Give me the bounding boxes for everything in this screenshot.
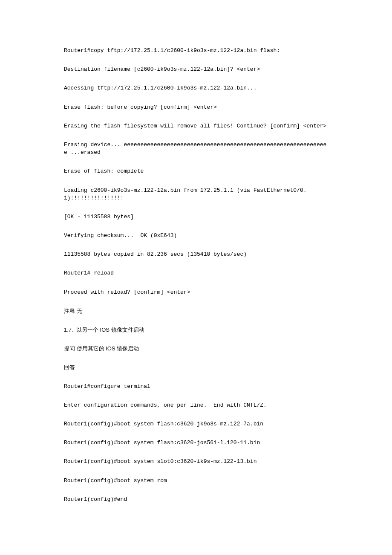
- terminal-line: Erasing the flash filesystem will remove…: [64, 122, 328, 130]
- terminal-line: Router1#copy tftp://172.25.1.1/c2600-ik9…: [64, 47, 328, 55]
- terminal-line: Proceed with reload? [confirm] <enter>: [64, 289, 328, 296]
- terminal-line: Erasing device... eeeeeeeeeeeeeeeeeeeeee…: [64, 141, 328, 156]
- terminal-line: Router1#configure terminal: [64, 383, 328, 390]
- section-heading: 1.7. 以另一个 IOS 镜像文件启动: [64, 326, 328, 334]
- terminal-line: Router1(config)#boot system flash:c3620-…: [64, 420, 328, 428]
- terminal-line: Destination filename [c2600-ik9o3s-mz.12…: [64, 66, 328, 73]
- terminal-line: 11135588 bytes copied in 82.236 secs (13…: [64, 251, 328, 258]
- terminal-line: Router1(config)#end: [64, 496, 328, 503]
- terminal-line: Loading c2600-ik9o3s-mz.122-12a.bin from…: [64, 187, 328, 202]
- question-text: 提问 使用其它的 IOS 镜像启动: [64, 345, 328, 353]
- terminal-line: Accessing tftp://172.25.1.1/c2600-ik9o3s…: [64, 84, 328, 92]
- terminal-line: Router1(config)#boot system slot0:c3620-…: [64, 458, 328, 465]
- note-text: 注释 无: [64, 307, 328, 315]
- terminal-line: Erase of flash: complete: [64, 168, 328, 175]
- answer-label: 回答: [64, 364, 328, 371]
- terminal-line: Enter configuration commands, one per li…: [64, 402, 328, 409]
- terminal-line: Router1(config)#boot system flash:c3620-…: [64, 439, 328, 447]
- terminal-line: [OK - 11135588 bytes]: [64, 213, 328, 221]
- terminal-line: Router1# reload: [64, 269, 328, 277]
- document-page: Router1#copy tftp://172.25.1.1/c2600-ik9…: [0, 0, 392, 549]
- terminal-line: Verifying checksum... OK (0xE643): [64, 232, 328, 240]
- terminal-line: Router1(config)#boot system rom: [64, 477, 328, 485]
- terminal-line: Erase flash: before copying? [confirm] <…: [64, 104, 328, 111]
